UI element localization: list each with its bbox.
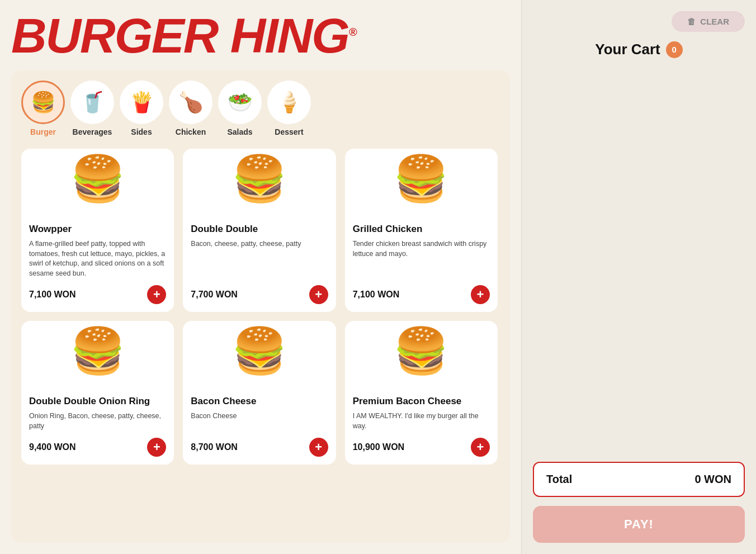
card-desc-5: Bacon Cheese: [191, 411, 328, 431]
category-item-beverages[interactable]: 🥤 Beverages: [70, 81, 114, 136]
add-to-cart-button-6[interactable]: +: [471, 438, 490, 457]
category-icon-chicken: 🍗: [169, 81, 212, 124]
category-item-burger[interactable]: 🍔 Burger: [21, 81, 65, 136]
menu-area: 🍔 Burger 🥤 Beverages 🍟 Sides 🍗 Chicken 🥗…: [11, 70, 510, 543]
category-item-salads[interactable]: 🥗 Salads: [218, 81, 262, 136]
card-image-5: 🍔: [191, 329, 328, 390]
cart-title: Your Cart: [595, 41, 660, 58]
menu-card-2: 🍔 Double Double Bacon, cheese, patty, ch…: [183, 149, 336, 312]
card-desc-3: Tender chicken breast sandwich with cris…: [353, 239, 490, 278]
category-item-dessert[interactable]: 🍦 Dessert: [267, 81, 311, 136]
card-price-3: 7,100 WON: [353, 290, 400, 300]
menu-card-3: 🍔 Grilled Chicken Tender chicken breast …: [345, 149, 498, 312]
card-price-6: 10,900 WON: [353, 442, 404, 452]
category-label-burger: Burger: [30, 127, 56, 136]
categories-bar: 🍔 Burger 🥤 Beverages 🍟 Sides 🍗 Chicken 🥗…: [21, 81, 500, 136]
add-to-cart-button-5[interactable]: +: [309, 438, 328, 457]
card-footer-6: 10,900 WON +: [353, 438, 490, 457]
menu-card-4: 🍔 Double Double Onion Ring Onion Ring, B…: [21, 321, 174, 465]
total-label: Total: [546, 473, 572, 486]
add-to-cart-button-3[interactable]: +: [471, 285, 490, 304]
card-image-4: 🍔: [29, 329, 166, 390]
card-desc-6: I AM WEALTHY. I'd like my burger all the…: [353, 411, 490, 431]
left-panel: BURGER HING® 🍔 Burger 🥤 Beverages 🍟 Side…: [0, 0, 521, 554]
card-footer-5: 8,700 WON +: [191, 438, 328, 457]
card-desc-1: A flame-grilled beef patty, topped with …: [29, 239, 166, 278]
category-label-sides: Sides: [131, 127, 152, 136]
card-name-1: Wowpper: [29, 224, 166, 235]
add-to-cart-button-2[interactable]: +: [309, 285, 328, 304]
card-footer-1: 7,100 WON +: [29, 285, 166, 304]
cart-count-badge: 0: [666, 41, 683, 58]
burger-icon-1: 🍔: [70, 157, 126, 201]
add-to-cart-button-4[interactable]: +: [147, 438, 166, 457]
category-label-chicken: Chicken: [176, 127, 206, 136]
category-icon-beverages: 🥤: [70, 81, 114, 124]
menu-scroll[interactable]: 🍔 Wowpper A flame-grilled beef patty, to…: [21, 149, 500, 533]
category-item-sides[interactable]: 🍟 Sides: [120, 81, 163, 136]
pay-button[interactable]: PAY!: [533, 506, 745, 543]
trash-icon: 🗑: [687, 17, 696, 26]
card-image-6: 🍔: [353, 329, 490, 390]
card-name-4: Double Double Onion Ring: [29, 396, 166, 407]
burger-icon-3: 🍔: [393, 157, 449, 201]
card-footer-2: 7,700 WON +: [191, 285, 328, 304]
right-panel: 🗑 CLEAR Your Cart 0 Total 0 WON PAY!: [521, 0, 756, 554]
card-desc-4: Onion Ring, Bacon, cheese, patty, cheese…: [29, 411, 166, 431]
burger-icon-4: 🍔: [70, 329, 126, 373]
cart-total-box: Total 0 WON: [533, 462, 745, 497]
category-item-chicken[interactable]: 🍗 Chicken: [169, 81, 212, 136]
card-price-2: 7,700 WON: [191, 290, 238, 300]
total-value: 0 WON: [694, 473, 731, 486]
menu-card-1: 🍔 Wowpper A flame-grilled beef patty, to…: [21, 149, 174, 312]
card-image-1: 🍔: [29, 157, 166, 218]
clear-button[interactable]: 🗑 CLEAR: [672, 11, 745, 32]
card-price-5: 8,700 WON: [191, 442, 238, 452]
menu-card-5: 🍔 Bacon Cheese Bacon Cheese 8,700 WON +: [183, 321, 336, 465]
category-label-dessert: Dessert: [275, 127, 303, 136]
card-price-4: 9,400 WON: [29, 442, 76, 452]
cart-items-area: [533, 69, 745, 462]
card-name-2: Double Double: [191, 224, 328, 235]
category-icon-dessert: 🍦: [267, 81, 311, 124]
card-footer-4: 9,400 WON +: [29, 438, 166, 457]
category-icon-salads: 🥗: [218, 81, 262, 124]
app-logo: BURGER HING®: [11, 11, 510, 60]
burger-icon-2: 🍔: [231, 157, 287, 201]
burger-icon-5: 🍔: [231, 329, 287, 373]
cart-header: Your Cart 0: [533, 41, 745, 58]
add-to-cart-button-1[interactable]: +: [147, 285, 166, 304]
menu-grid: 🍔 Wowpper A flame-grilled beef patty, to…: [21, 149, 498, 465]
card-price-1: 7,100 WON: [29, 290, 76, 300]
card-image-3: 🍔: [353, 157, 490, 218]
card-image-2: 🍔: [191, 157, 328, 218]
menu-card-6: 🍔 Premium Bacon Cheese I AM WEALTHY. I'd…: [345, 321, 498, 465]
card-footer-3: 7,100 WON +: [353, 285, 490, 304]
category-icon-burger: 🍔: [21, 81, 65, 124]
burger-icon-6: 🍔: [393, 329, 449, 373]
category-label-salads: Salads: [227, 127, 252, 136]
category-label-beverages: Beverages: [73, 127, 112, 136]
clear-label: CLEAR: [700, 17, 729, 26]
card-name-6: Premium Bacon Cheese: [353, 396, 490, 407]
card-name-5: Bacon Cheese: [191, 396, 328, 407]
category-icon-sides: 🍟: [120, 81, 163, 124]
card-name-3: Grilled Chicken: [353, 224, 490, 235]
card-desc-2: Bacon, cheese, patty, cheese, patty: [191, 239, 328, 278]
